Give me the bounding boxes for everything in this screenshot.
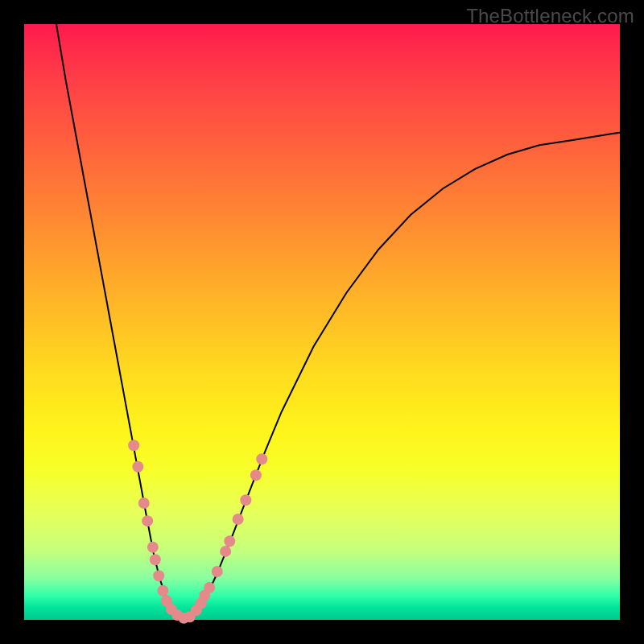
scatter-dot [128, 440, 139, 451]
right-curve [185, 133, 620, 618]
scatter-dot [157, 585, 168, 597]
scatter-dot [212, 566, 223, 577]
scatter-dot [150, 554, 161, 565]
scatter-dot [204, 582, 215, 593]
scatter-dot [256, 453, 267, 464]
chart-svg [24, 24, 620, 620]
scatter-dot [153, 570, 164, 581]
scatter-dot [142, 515, 153, 526]
watermark-text: TheBottleneck.com [466, 5, 634, 27]
scatter-dot [147, 542, 159, 553]
left-curve [56, 24, 185, 618]
scatter-dot [240, 494, 251, 506]
scatter-dot [233, 514, 244, 525]
scatter-dot [250, 469, 262, 481]
scatter-dot [132, 461, 143, 473]
scatter-dot [138, 497, 150, 509]
chart-frame: TheBottleneck.com [0, 0, 644, 644]
scatter-dot [220, 546, 231, 557]
scatter-dot [224, 535, 235, 547]
